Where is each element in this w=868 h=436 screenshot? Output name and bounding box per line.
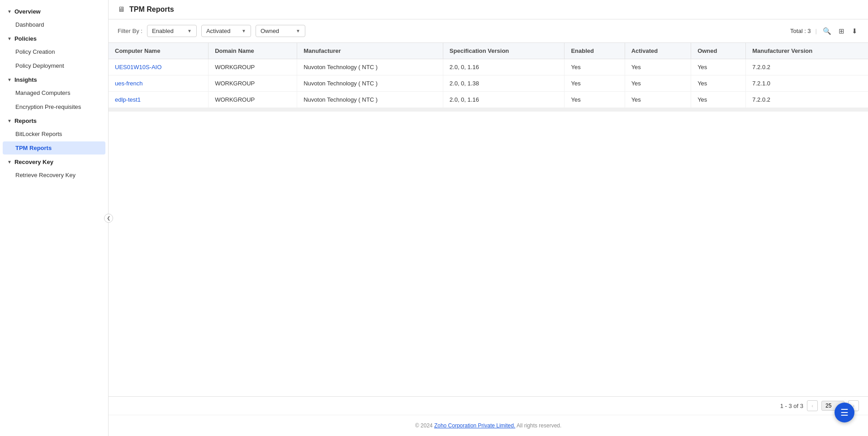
chevron-down-icon: ▼ (7, 77, 12, 82)
cell-mfr-version: 7.2.1.0 (746, 75, 868, 92)
page-header: 🖥 TPM Reports (109, 0, 868, 19)
footer-link[interactable]: Zoho Corporation Private Limited. (434, 422, 515, 429)
sidebar-item-bitlocker-reports[interactable]: BitLocker Reports (3, 127, 105, 141)
cell-enabled: Yes (564, 75, 625, 92)
search-icon: 🔍 (823, 27, 831, 35)
search-button[interactable]: 🔍 (821, 26, 833, 37)
filter-activated-select[interactable]: Activated ▼ (201, 25, 251, 37)
page-title: TPM Reports (129, 5, 174, 14)
filter-bar: Filter By : Enabled ▼ Activated ▼ Owned … (109, 19, 868, 43)
sidebar-overview-label: Overview (14, 8, 41, 15)
table-wrapper: Computer Name Domain Name Manufacturer S… (109, 43, 868, 396)
download-button[interactable]: ⬇ (850, 26, 859, 37)
cell-activated: Yes (625, 59, 691, 75)
prev-page-button[interactable]: ‹ (807, 400, 818, 411)
cell-mfr-version: 7.2.0.2 (746, 92, 868, 108)
sidebar-insights-label: Insights (14, 76, 37, 83)
chevron-down-icon: ▼ (7, 159, 12, 164)
chevron-down-icon: ▼ (7, 118, 12, 123)
filter-enabled-select[interactable]: Enabled ▼ (147, 25, 197, 37)
col-spec-version: Specification Version (443, 43, 564, 59)
grid-icon: ⊞ (839, 27, 844, 35)
cell-computer-name: UES01W10S-AIO (109, 59, 209, 75)
cell-manufacturer: Nuvoton Technology ( NTC ) (297, 75, 443, 92)
total-label: Total : 3 (790, 28, 811, 34)
sidebar-item-managed-computers[interactable]: Managed Computers (3, 86, 105, 99)
col-manufacturer: Manufacturer (297, 43, 443, 59)
col-mfr-version: Manufacturer Version (746, 43, 868, 59)
sidebar-reports-header[interactable]: ▼ Reports (0, 114, 108, 127)
table-row: ues-french WORKGROUP Nuvoton Technology … (109, 75, 868, 92)
cell-domain-name: WORKGROUP (209, 59, 297, 75)
col-computer-name: Computer Name (109, 43, 209, 59)
tpm-reports-table: Computer Name Domain Name Manufacturer S… (109, 43, 868, 108)
cell-activated: Yes (625, 75, 691, 92)
main-content: 🖥 TPM Reports Filter By : Enabled ▼ Acti… (109, 0, 868, 436)
cell-spec-version: 2.0, 0, 1.38 (443, 75, 564, 92)
sidebar-recovery-key-label: Recovery Key (14, 159, 53, 165)
sidebar-policies-header[interactable]: ▼ Policies (0, 32, 108, 45)
cell-mfr-version: 7.2.0.2 (746, 59, 868, 75)
sidebar: ▼ Overview Dashboard ▼ Policies Policy C… (0, 0, 109, 436)
footer-text: © 2024 (415, 422, 434, 429)
sidebar-item-policy-creation[interactable]: Policy Creation (3, 45, 105, 58)
cell-manufacturer: Nuvoton Technology ( NTC ) (297, 59, 443, 75)
computer-name-link[interactable]: UES01W10S-AIO (115, 64, 161, 70)
chevron-down-icon: ▼ (242, 28, 246, 33)
cell-owned: Yes (691, 75, 746, 92)
sidebar-item-encryption-prereqs[interactable]: Encryption Pre-requisites (3, 100, 105, 113)
cell-computer-name: ues-french (109, 75, 209, 92)
fab-button[interactable]: ☰ (835, 403, 854, 422)
pagination-range: 1 - 3 of 3 (780, 403, 803, 409)
computer-name-link[interactable]: edlp-test1 (115, 96, 141, 103)
cell-enabled: Yes (564, 59, 625, 75)
chevron-down-icon: ▼ (7, 9, 12, 14)
sidebar-item-retrieve-recovery-key[interactable]: Retrieve Recovery Key (3, 169, 105, 182)
table-header-row: Computer Name Domain Name Manufacturer S… (109, 43, 868, 59)
sidebar-policies-label: Policies (14, 35, 37, 42)
col-activated: Activated (625, 43, 691, 59)
col-domain-name: Domain Name (209, 43, 297, 59)
cell-owned: Yes (691, 59, 746, 75)
cell-computer-name: edlp-test1 (109, 92, 209, 108)
cell-spec-version: 2.0, 0, 1.16 (443, 92, 564, 108)
chevron-down-icon: ▼ (7, 36, 12, 41)
filter-by-label: Filter By : (118, 28, 142, 34)
filter-right-actions: Total : 3 | 🔍 ⊞ ⬇ (790, 26, 859, 37)
col-owned: Owned (691, 43, 746, 59)
sidebar-overview-header[interactable]: ▼ Overview (0, 5, 108, 18)
chevron-down-icon: ▼ (187, 28, 192, 33)
collapse-icon: ❮ (107, 216, 110, 220)
footer: © 2024 Zoho Corporation Private Limited.… (109, 415, 868, 436)
cell-enabled: Yes (564, 92, 625, 108)
sidebar-insights-header[interactable]: ▼ Insights (0, 73, 108, 86)
cell-domain-name: WORKGROUP (209, 92, 297, 108)
menu-icon: ☰ (840, 407, 849, 418)
cell-spec-version: 2.0, 0, 1.16 (443, 59, 564, 75)
sidebar-recovery-key-header[interactable]: ▼ Recovery Key (0, 155, 108, 168)
sidebar-item-policy-deployment[interactable]: Policy Deployment (3, 59, 105, 72)
sidebar-item-dashboard[interactable]: Dashboard (3, 18, 105, 31)
computer-name-link[interactable]: ues-french (115, 80, 142, 87)
table-row: UES01W10S-AIO WORKGROUP Nuvoton Technolo… (109, 59, 868, 75)
download-icon: ⬇ (852, 27, 858, 35)
footer-text2: All rights reserved. (515, 422, 561, 429)
chevron-down-icon: ▼ (296, 28, 300, 33)
horizontal-scrollbar[interactable] (109, 108, 868, 112)
table-row: edlp-test1 WORKGROUP Nuvoton Technology … (109, 92, 868, 108)
cell-manufacturer: Nuvoton Technology ( NTC ) (297, 92, 443, 108)
col-enabled: Enabled (564, 43, 625, 59)
divider: | (816, 28, 817, 34)
sidebar-collapse-button[interactable]: ❮ (104, 214, 113, 223)
cell-activated: Yes (625, 92, 691, 108)
sidebar-reports-label: Reports (14, 117, 37, 124)
cell-owned: Yes (691, 92, 746, 108)
sidebar-item-tpm-reports[interactable]: TPM Reports (3, 141, 105, 155)
cell-domain-name: WORKGROUP (209, 75, 297, 92)
monitor-icon: 🖥 (118, 5, 125, 14)
pagination-bar: 1 - 3 of 3 ‹ 25 50 100 › (109, 396, 868, 415)
grid-view-button[interactable]: ⊞ (837, 26, 846, 37)
filter-owned-select[interactable]: Owned ▼ (256, 25, 305, 37)
